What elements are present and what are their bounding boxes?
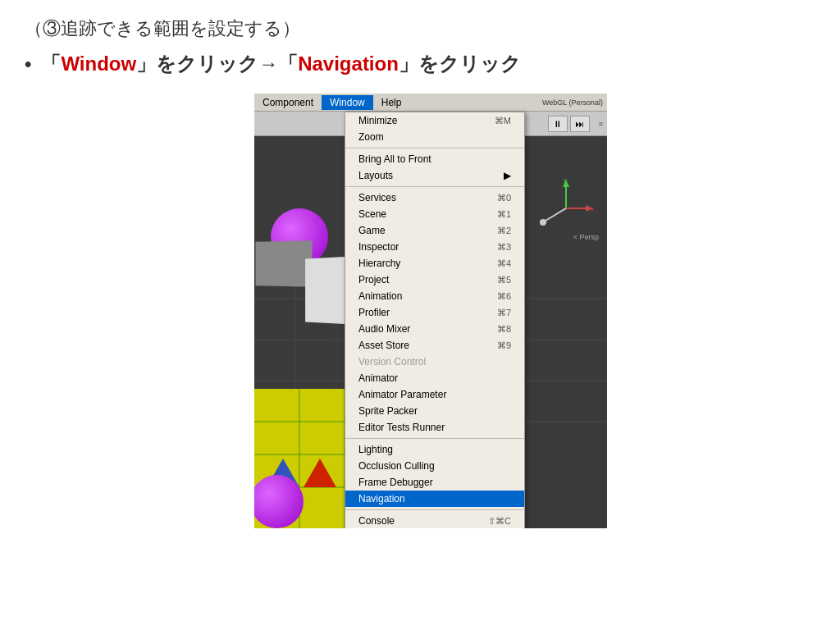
dropdown-item-label: Audio Mixer (358, 323, 410, 335)
instruction-line: • 「Window」をクリック→「Navigation」をクリック (25, 51, 815, 77)
menu-component[interactable]: Component (254, 95, 322, 110)
dropdown-item-label: Navigation (358, 493, 405, 504)
shortcut-label: ⌘9 (497, 340, 511, 351)
menu-lines: ≡ (599, 120, 603, 128)
red-triangle (304, 459, 336, 487)
shortcut-label: ⌘1 (497, 209, 511, 220)
dropdown-separator (345, 438, 524, 439)
dropdown-item-navigation[interactable]: Navigation (345, 491, 524, 507)
submenu-arrow-icon: ▶ (504, 170, 511, 181)
shortcut-label: ⌘2 (497, 226, 511, 236)
gizmo: y x < Persp (533, 176, 599, 241)
dropdown-item-label: Layouts (358, 170, 393, 181)
gizmo-svg: y x (533, 176, 599, 241)
shortcut-label: ⌘3 (497, 242, 511, 253)
dropdown-item-animator[interactable]: Animator (345, 370, 524, 386)
dropdown-item-label: Game (358, 225, 386, 236)
shortcut-label: ⌘0 (497, 193, 511, 203)
dropdown-item-services[interactable]: Services⌘0 (345, 189, 524, 206)
dropdown-item-asset-store[interactable]: Asset Store⌘9 (345, 337, 524, 354)
menu-help[interactable]: Help (373, 95, 410, 110)
dropdown-item-label: Profiler (358, 307, 390, 318)
bullet: • (25, 52, 31, 75)
svg-text:y: y (564, 176, 567, 184)
dropdown-item-minimize[interactable]: Minimize⌘M (345, 112, 524, 129)
dropdown-item-label: Version Control (358, 356, 426, 368)
dropdown-menu: Minimize⌘MZoomBring All to FrontLayouts▶… (345, 112, 525, 528)
dropdown-item-label: Services (358, 192, 396, 203)
dropdown-item-project[interactable]: Project⌘5 (345, 272, 524, 288)
dropdown-item-scene[interactable]: Scene⌘1 (345, 206, 524, 222)
dropdown-item-frame-debugger[interactable]: Frame Debugger (345, 474, 524, 491)
dropdown-item-label: Occlusion Culling (358, 460, 435, 472)
step-title: （③追跡できる範囲を設定する） (25, 16, 815, 41)
dropdown-item-animator-parameter[interactable]: Animator Parameter (345, 386, 524, 403)
step-button[interactable]: ⏭ (570, 116, 590, 132)
dropdown-item-occlusion-culling[interactable]: Occlusion Culling (345, 458, 524, 474)
dropdown-item-profiler[interactable]: Profiler⌘7 (345, 304, 524, 321)
svg-text:x: x (591, 205, 594, 212)
dropdown-item-lighting[interactable]: Lighting (345, 441, 524, 458)
dropdown-item-editor-tests-runner[interactable]: Editor Tests Runner (345, 419, 524, 436)
persp-label: < Persp (573, 233, 599, 241)
shortcut-label: ⌘5 (497, 275, 511, 285)
instruction-text-1: 「Window」をクリック→「Navigation」をクリック (41, 51, 520, 77)
dropdown-separator (345, 509, 524, 510)
unity-editor: y x < Persp Component Window Help WebGL … (254, 94, 607, 528)
dropdown-item-label: Asset Store (358, 340, 409, 351)
dropdown-item-label: Minimize (358, 115, 397, 126)
dropdown-item-animation[interactable]: Animation⌘6 (345, 288, 524, 304)
svg-line-18 (546, 208, 566, 221)
dropdown-item-label: Editor Tests Runner (358, 422, 445, 433)
dropdown-item-label: Project (358, 274, 389, 285)
window-highlight: Window (61, 52, 136, 75)
menu-bar: Component Window Help WebGL (Personal) (254, 94, 607, 112)
dropdown-item-zoom[interactable]: Zoom (345, 129, 524, 145)
svg-point-19 (540, 219, 546, 226)
dropdown-item-version-control: Version Control (345, 354, 524, 370)
dropdown-item-label: Scene (358, 208, 386, 220)
shortcut-label: ⇧⌘C (488, 516, 511, 527)
menu-window[interactable]: Window (322, 95, 373, 110)
dropdown-item-audio-mixer[interactable]: Audio Mixer⌘8 (345, 321, 524, 337)
dropdown-item-console[interactable]: Console⇧⌘C (345, 513, 524, 528)
navigation-highlight: Navigation (298, 52, 399, 75)
shortcut-label: ⌘8 (497, 324, 511, 335)
dropdown-item-hierarchy[interactable]: Hierarchy⌘4 (345, 255, 524, 272)
webgl-label: WebGL (Personal) (542, 98, 603, 107)
shortcut-label: ⌘M (495, 116, 511, 126)
dropdown-item-label: Inspector (358, 241, 399, 253)
screenshot-container: y x < Persp Component Window Help WebGL … (254, 94, 607, 528)
dropdown-item-sprite-packer[interactable]: Sprite Packer (345, 403, 524, 419)
dropdown-item-game[interactable]: Game⌘2 (345, 222, 524, 239)
dropdown-item-label: Hierarchy (358, 258, 400, 269)
dropdown-item-label: Zoom (358, 131, 384, 143)
gray-box (256, 240, 313, 287)
dropdown-item-label: Lighting (358, 444, 393, 455)
dropdown-item-bring-all-to-front[interactable]: Bring All to Front (345, 151, 524, 167)
dropdown-item-label: Animator Parameter (358, 389, 446, 400)
shortcut-label: ⌘6 (497, 291, 511, 302)
dropdown-separator (345, 148, 524, 148)
pause-button[interactable]: ⏸ (548, 116, 568, 132)
dropdown-item-label: Console (358, 515, 395, 527)
dropdown-item-label: Animation (358, 290, 402, 302)
shortcut-label: ⌘4 (497, 258, 511, 269)
shortcut-label: ⌘7 (497, 308, 511, 318)
page-content: （③追跡できる範囲を設定する） • 「Window」をクリック→「Navigat… (0, 0, 840, 553)
dropdown-separator (345, 186, 524, 187)
dropdown-item-inspector[interactable]: Inspector⌘3 (345, 239, 524, 255)
dropdown-item-label: Bring All to Front (358, 153, 431, 165)
dropdown-item-label: Sprite Packer (358, 405, 418, 417)
dropdown-item-label: Animator (358, 372, 398, 384)
dropdown-item-layouts[interactable]: Layouts▶ (345, 167, 524, 184)
dropdown-item-label: Frame Debugger (358, 477, 433, 488)
